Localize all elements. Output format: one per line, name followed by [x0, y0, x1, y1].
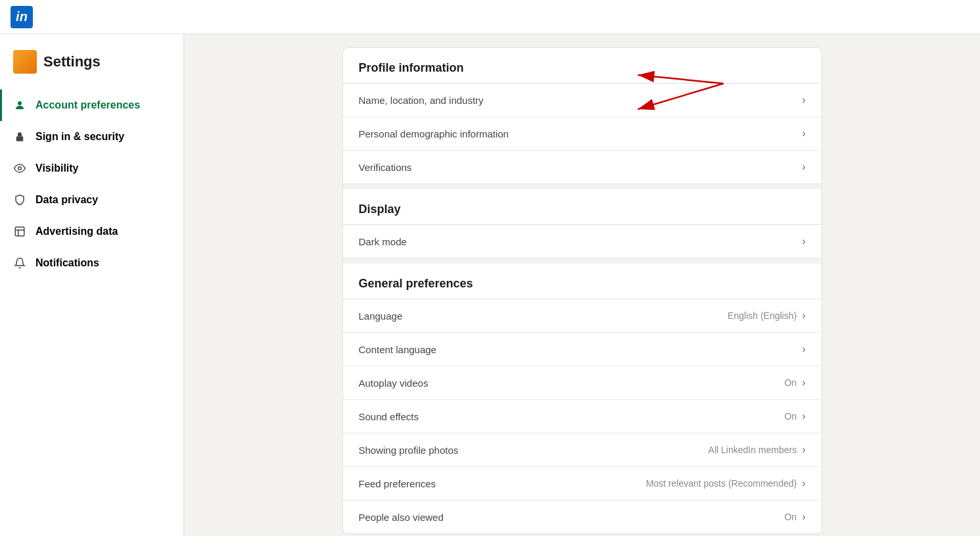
- sidebar-item-sign-in-security[interactable]: Sign in & security: [0, 121, 183, 153]
- row-label-name-location-industry: Name, location, and industry: [359, 95, 484, 106]
- sidebar-label-account-preferences: Account preferences: [35, 99, 140, 111]
- chevron-icon-2: ›: [802, 128, 805, 139]
- row-right-content-language: ›: [802, 343, 805, 355]
- section-divider-1: [343, 184, 822, 189]
- person-icon: [13, 99, 26, 112]
- row-autoplay-videos[interactable]: Autoplay videos On ›: [343, 366, 822, 400]
- sidebar-item-advertising-data[interactable]: Advertising data: [0, 216, 183, 247]
- sidebar-label-notifications: Notifications: [35, 257, 99, 269]
- row-value-sound-effects: On: [784, 411, 797, 422]
- row-right-personal-demographic: ›: [802, 128, 805, 139]
- sidebar-label-visibility: Visibility: [35, 162, 79, 174]
- row-content-language[interactable]: Content language ›: [343, 333, 822, 366]
- row-name-location-industry[interactable]: Name, location, and industry ›: [343, 84, 822, 117]
- row-right-feed-preferences: Most relevant posts (Recommended) ›: [646, 477, 806, 489]
- row-people-also-viewed[interactable]: People also viewed On ›: [343, 500, 822, 533]
- eye-icon: [13, 162, 26, 175]
- row-dark-mode[interactable]: Dark mode ›: [343, 225, 822, 258]
- settings-heading: Settings: [43, 53, 101, 70]
- row-value-language: English (English): [728, 310, 797, 321]
- settings-title: Settings: [0, 50, 183, 89]
- content-area: Profile information Name, location, and …: [184, 34, 980, 536]
- row-right-sound-effects: On ›: [784, 410, 805, 422]
- shield-icon: [13, 193, 26, 207]
- sidebar-item-visibility[interactable]: Visibility: [0, 153, 183, 184]
- row-language[interactable]: Language English (English) ›: [343, 299, 822, 333]
- top-navigation: in: [0, 0, 980, 34]
- linkedin-logo[interactable]: in: [11, 6, 33, 28]
- row-right-dark-mode: ›: [802, 235, 805, 247]
- chevron-icon-3: ›: [802, 161, 805, 173]
- chart-icon: [13, 225, 26, 238]
- row-label-verifications: Verifications: [359, 162, 412, 173]
- row-sound-effects[interactable]: Sound effects On ›: [343, 400, 822, 433]
- settings-panel: Profile information Name, location, and …: [342, 47, 822, 534]
- chevron-icon-9: ›: [802, 444, 805, 456]
- row-value-people-also-viewed: On: [784, 512, 797, 522]
- row-label-language: Language: [359, 310, 403, 322]
- row-verifications[interactable]: Verifications ›: [343, 151, 822, 184]
- row-label-sound-effects: Sound effects: [359, 411, 419, 422]
- bell-icon: [13, 256, 26, 270]
- row-right-verifications: ›: [802, 161, 805, 173]
- section-header-profile-information: Profile information: [343, 48, 822, 84]
- svg-rect-1: [16, 136, 24, 141]
- chevron-icon-6: ›: [802, 343, 805, 355]
- chevron-icon-7: ›: [802, 377, 805, 389]
- chevron-icon-5: ›: [802, 310, 805, 322]
- section-header-display: Display: [343, 189, 822, 225]
- chevron-icon: ›: [802, 94, 805, 106]
- section-divider-2: [343, 258, 822, 264]
- sidebar-item-account-preferences[interactable]: Account preferences: [0, 89, 183, 121]
- chevron-icon-8: ›: [802, 410, 805, 422]
- row-value-showing-profile-photos: All LinkedIn members: [709, 445, 797, 455]
- row-personal-demographic[interactable]: Personal demographic information ›: [343, 117, 822, 151]
- row-showing-profile-photos[interactable]: Showing profile photos All LinkedIn memb…: [343, 433, 822, 467]
- row-right-language: English (English) ›: [728, 310, 805, 322]
- sidebar-item-notifications[interactable]: Notifications: [0, 247, 183, 279]
- row-label-feed-preferences: Feed preferences: [359, 478, 436, 489]
- row-label-autoplay-videos: Autoplay videos: [359, 378, 429, 389]
- svg-point-0: [18, 101, 22, 105]
- row-right-people-also-viewed: On ›: [784, 511, 805, 523]
- svg-rect-3: [15, 227, 24, 236]
- row-label-dark-mode: Dark mode: [359, 236, 407, 247]
- sidebar-item-data-privacy[interactable]: Data privacy: [0, 184, 183, 216]
- chevron-icon-11: ›: [802, 511, 805, 523]
- sidebar-label-advertising-data: Advertising data: [35, 226, 118, 237]
- sidebar-label-data-privacy: Data privacy: [35, 194, 98, 206]
- content-wrapper: Profile information Name, location, and …: [197, 47, 967, 534]
- row-feed-preferences[interactable]: Feed preferences Most relevant posts (Re…: [343, 467, 822, 500]
- svg-point-2: [18, 167, 22, 170]
- row-label-showing-profile-photos: Showing profile photos: [359, 445, 459, 456]
- row-value-autoplay-videos: On: [784, 378, 797, 388]
- row-label-personal-demographic: Personal demographic information: [359, 128, 509, 139]
- row-value-feed-preferences: Most relevant posts (Recommended): [646, 478, 797, 489]
- chevron-icon-10: ›: [802, 477, 805, 489]
- main-layout: Settings Account preferences Sign in & s…: [0, 34, 980, 536]
- lock-icon: [13, 130, 26, 143]
- section-header-general-preferences: General preferences: [343, 264, 822, 299]
- settings-avatar: [13, 50, 37, 74]
- row-right-autoplay-videos: On ›: [784, 377, 805, 389]
- row-label-content-language: Content language: [359, 344, 436, 355]
- sidebar: Settings Account preferences Sign in & s…: [0, 34, 184, 536]
- chevron-icon-4: ›: [802, 235, 805, 247]
- row-right-showing-profile-photos: All LinkedIn members ›: [709, 444, 806, 456]
- row-label-people-also-viewed: People also viewed: [359, 512, 444, 523]
- sidebar-label-sign-in-security: Sign in & security: [35, 131, 124, 143]
- row-right-name-location: ›: [802, 94, 805, 106]
